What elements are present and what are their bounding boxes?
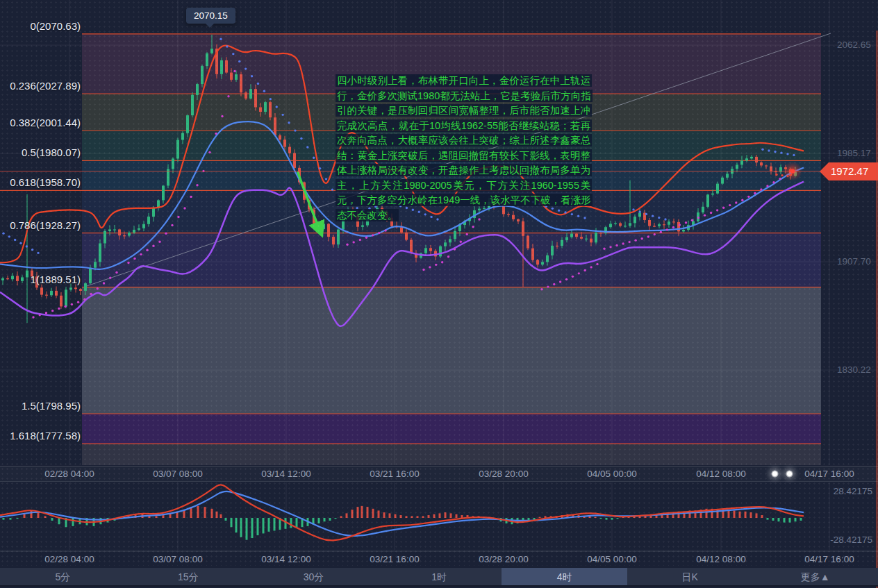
time-axis-label: 03/07 08:00 <box>143 554 213 564</box>
analysis-annotation: 四小时级别上看，布林带开口向上，金价运行在中上轨运行，金价多次测试1980都无法… <box>336 74 592 223</box>
fib-labels-layer: 0(2070.63)0.236(2027.89)0.382(2001.44)0.… <box>0 0 83 465</box>
time-axis-top[interactable]: 02/28 04:0003/07 08:0003/14 12:0003/21 1… <box>0 466 878 482</box>
timeframe-button-1时[interactable]: 1时 <box>376 568 502 585</box>
price-axis-label: 1907.70 <box>837 256 878 267</box>
time-axis-label: 04/12 08:00 <box>686 469 756 479</box>
fib-level-label: 0(2070.63) <box>30 20 81 33</box>
timeframe-button-日K[interactable]: 日K <box>627 568 753 585</box>
fib-level-label: 0.382(2001.44) <box>10 117 81 129</box>
trading-chart-app: 0(2070.63)0.236(2027.89)0.382(2001.44)0.… <box>0 0 878 588</box>
time-axis-label: 02/28 04:00 <box>35 554 104 564</box>
time-axis-label: 04/17 16:00 <box>795 554 864 564</box>
time-axis-label: 03/28 20:00 <box>469 554 538 564</box>
time-axis-label: 03/28 20:00 <box>469 469 538 479</box>
time-axis-bottom[interactable]: 02/28 04:0003/07 08:0003/14 12:0003/21 1… <box>0 551 878 566</box>
timeframe-button-30分[interactable]: 30分 <box>251 568 376 585</box>
timeframe-button-4时[interactable]: 4时 <box>502 568 627 585</box>
time-axis-label: 03/07 08:00 <box>143 469 213 479</box>
high-price-value: 2070.15 <box>194 10 228 21</box>
timeframe-button-更多-more[interactable]: 更多▲ <box>752 568 878 585</box>
timeframe-button-15分[interactable]: 15分 <box>126 568 251 585</box>
analysis-annotation-text: 四小时级别上看，布林带开口向上，金价运行在中上轨运行，金价多次测试1980都无法… <box>336 74 593 221</box>
fib-level-label: 1.618(1777.58) <box>10 430 81 442</box>
fib-level-label: 1(1889.51) <box>30 274 81 286</box>
time-axis-label: 03/21 16:00 <box>360 554 429 564</box>
time-axis-label: 04/05 00:00 <box>577 469 647 479</box>
fib-level-label: 0.786(1928.27) <box>10 219 81 232</box>
timeframe-button-5分[interactable]: 5分 <box>0 568 126 585</box>
time-axis-label: 03/21 16:00 <box>360 469 429 479</box>
fib-level-label: 0.618(1958.70) <box>10 176 81 189</box>
fib-level-label: 0.5(1980.07) <box>22 146 81 159</box>
pager-dot[interactable] <box>771 470 779 478</box>
current-price-tag: 1972.47 <box>820 162 878 180</box>
fib-level-label: 1.5(1798.95) <box>22 400 81 412</box>
pager-dot[interactable] <box>786 470 793 478</box>
time-axis-label: 04/12 08:00 <box>686 554 756 564</box>
time-axis-label: 04/05 00:00 <box>577 554 647 564</box>
time-axis-label: 03/14 12:00 <box>251 554 321 564</box>
price-axis-label: 1985.17 <box>837 148 878 159</box>
time-axis-label: 02/28 04:00 <box>35 469 104 479</box>
timeframe-bar: 5分15分30分1时4时日K更多▲ <box>0 568 878 587</box>
time-axis-label: 03/14 12:00 <box>251 469 321 479</box>
price-axis-label: 1830.22 <box>837 364 878 376</box>
high-price-tooltip: 2070.15 <box>186 8 235 24</box>
fib-level-label: 0.236(2027.89) <box>10 80 81 92</box>
price-axis-label: 2062.65 <box>837 40 878 51</box>
time-axis-label: 04/17 16:00 <box>795 469 864 479</box>
current-price-value: 1972.47 <box>831 165 868 177</box>
